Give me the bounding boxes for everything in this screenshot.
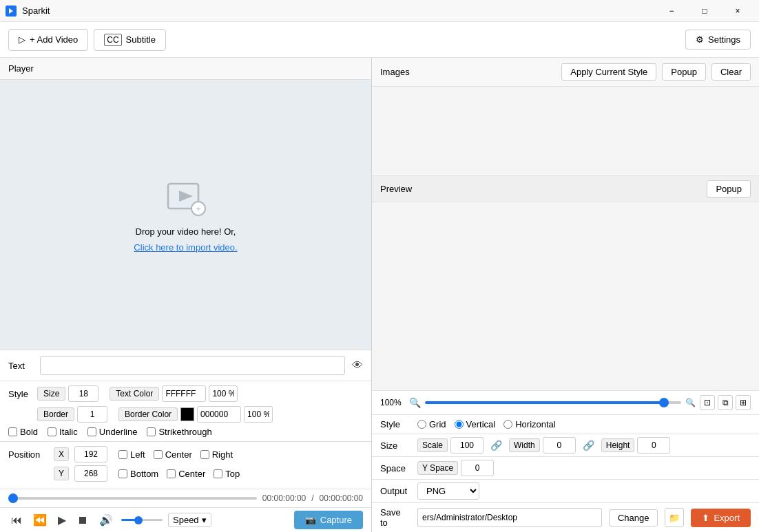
left-checkbox[interactable]: Left bbox=[118, 449, 145, 460]
bottom-check[interactable] bbox=[118, 469, 127, 478]
toolbar: ▷ + Add Video CC Subtitle ⚙ Settings bbox=[0, 22, 759, 58]
text-input[interactable] bbox=[40, 356, 345, 375]
scale-input[interactable] bbox=[450, 437, 484, 454]
zoom-slider[interactable] bbox=[425, 401, 681, 404]
player-title: Player bbox=[8, 63, 34, 74]
underline-checkbox[interactable]: Underline bbox=[87, 427, 138, 437]
clear-button[interactable]: Clear bbox=[711, 63, 751, 81]
maximize-button[interactable]: □ bbox=[689, 0, 720, 22]
zoom-copy-button[interactable]: ⧉ bbox=[718, 395, 733, 410]
eye-button[interactable]: 👁 bbox=[352, 359, 363, 372]
import-link[interactable]: Click here to import video. bbox=[134, 242, 237, 253]
add-video-button[interactable]: ▷ + Add Video bbox=[8, 29, 88, 51]
scale-link-icon[interactable]: 🔗 bbox=[490, 440, 502, 451]
x-input[interactable] bbox=[74, 446, 107, 462]
yspace-field: Y Space bbox=[417, 460, 494, 476]
top-check[interactable] bbox=[214, 469, 222, 478]
border-color-swatch[interactable] bbox=[180, 407, 194, 421]
change-button[interactable]: Change bbox=[609, 509, 658, 526]
playback-section: ⏮ ⏪ ▶ ⏹ 🔊 Speed ▾ 📷 Capture bbox=[0, 507, 371, 532]
border-color-hex[interactable] bbox=[197, 406, 241, 423]
export-button[interactable]: ⬆ Export bbox=[691, 509, 751, 527]
svg-marker-3 bbox=[179, 191, 193, 202]
width-input[interactable] bbox=[543, 437, 576, 454]
border-input[interactable] bbox=[77, 406, 107, 423]
right-checkbox[interactable]: Right bbox=[200, 449, 233, 460]
center2-check[interactable] bbox=[167, 469, 176, 478]
strikethrough-check[interactable] bbox=[147, 427, 156, 436]
zoom-fit-button[interactable]: ⊡ bbox=[700, 395, 715, 410]
close-button[interactable]: × bbox=[722, 0, 753, 22]
capture-button[interactable]: 📷 Capture bbox=[294, 511, 363, 529]
center1-checkbox[interactable]: Center bbox=[154, 449, 192, 460]
right-check[interactable] bbox=[200, 450, 209, 459]
italic-checkbox[interactable]: Italic bbox=[48, 427, 78, 437]
popup-button-1[interactable]: Popup bbox=[662, 63, 706, 81]
minimize-button[interactable]: − bbox=[656, 0, 687, 22]
zoom-reset-button[interactable]: ⊞ bbox=[736, 395, 751, 410]
grid-radio[interactable]: Grid bbox=[417, 419, 446, 429]
bold-checkbox[interactable]: Bold bbox=[8, 427, 38, 437]
popup-button-2[interactable]: Popup bbox=[707, 180, 751, 198]
yspace-input[interactable] bbox=[461, 460, 494, 476]
app-title: Sparkit bbox=[22, 6, 50, 16]
folder-button[interactable]: 📁 bbox=[665, 508, 684, 527]
images-area[interactable] bbox=[372, 87, 759, 176]
skip-back-button[interactable]: ⏮ bbox=[8, 513, 25, 528]
timeline-slider[interactable] bbox=[8, 497, 257, 500]
left-label: Left bbox=[130, 449, 145, 460]
right-panel: Images Apply Current Style Popup Clear P… bbox=[372, 58, 759, 532]
text-color-pct[interactable] bbox=[209, 385, 238, 402]
bold-check[interactable] bbox=[8, 427, 17, 436]
position-checkboxes-row1: Left Center Right bbox=[118, 449, 233, 460]
grid-radio-input[interactable] bbox=[417, 420, 426, 429]
settings-icon: ⚙ bbox=[696, 34, 704, 45]
output-select[interactable]: PNG JPG GIF MP4 bbox=[417, 482, 479, 500]
step-back-button[interactable]: ⏪ bbox=[30, 512, 50, 528]
border-color-tag: Border Color bbox=[118, 407, 178, 421]
top-checkbox[interactable]: Top bbox=[214, 469, 240, 479]
vertical-radio-input[interactable] bbox=[455, 420, 464, 429]
grid-label: Grid bbox=[429, 419, 446, 429]
speed-select[interactable]: Speed ▾ bbox=[168, 513, 211, 527]
underline-check[interactable] bbox=[87, 427, 96, 436]
save-path-input[interactable] bbox=[417, 508, 602, 527]
player-drop-area[interactable]: + Drop your video here! Or, Click here t… bbox=[0, 80, 371, 350]
height-input[interactable] bbox=[637, 437, 670, 454]
center2-checkbox[interactable]: Center bbox=[167, 469, 205, 479]
apply-style-button[interactable]: Apply Current Style bbox=[561, 63, 656, 81]
size-input[interactable] bbox=[68, 385, 98, 402]
vertical-radio[interactable]: Vertical bbox=[455, 419, 496, 429]
subtitle-button[interactable]: CC Subtitle bbox=[94, 29, 166, 51]
preview-title: Preview bbox=[380, 184, 412, 194]
output-label: Output bbox=[380, 486, 410, 496]
right-label: Right bbox=[212, 449, 233, 460]
horizontal-radio-input[interactable] bbox=[503, 420, 512, 429]
volume-slider[interactable] bbox=[121, 519, 163, 521]
images-header: Images Apply Current Style Popup Clear bbox=[372, 58, 759, 87]
settings-button[interactable]: ⚙ Settings bbox=[685, 30, 751, 50]
border-color-pct[interactable] bbox=[244, 406, 273, 423]
stop-button[interactable]: ⏹ bbox=[74, 513, 91, 528]
export-label: Export bbox=[714, 513, 740, 523]
style-section: Style Size Text Color Border B bbox=[0, 381, 371, 441]
italic-check[interactable] bbox=[48, 427, 56, 436]
width-link-icon[interactable]: 🔗 bbox=[583, 440, 594, 451]
bottom-checkbox[interactable]: Bottom bbox=[118, 469, 158, 479]
save-row: Save to Change 📁 ⬆ Export bbox=[372, 502, 759, 532]
zoom-in-icon[interactable]: 🔍 bbox=[409, 397, 421, 408]
text-color-hex[interactable] bbox=[162, 385, 206, 402]
zoom-bar: 100% 🔍 🔍 ⊡ ⧉ ⊞ bbox=[372, 390, 759, 414]
y-tag: Y bbox=[54, 467, 69, 480]
center1-check[interactable] bbox=[154, 450, 163, 459]
horizontal-radio[interactable]: Horizontal bbox=[503, 419, 556, 429]
left-check[interactable] bbox=[118, 450, 127, 459]
play-button[interactable]: ▶ bbox=[55, 512, 69, 528]
zoom-out-icon[interactable]: 🔍 bbox=[685, 398, 696, 407]
capture-label: Capture bbox=[320, 515, 352, 525]
y-input[interactable] bbox=[74, 465, 107, 482]
size-tag: Size bbox=[37, 387, 65, 401]
strikethrough-checkbox[interactable]: Strikethrough bbox=[147, 427, 211, 437]
volume-button[interactable]: 🔊 bbox=[96, 512, 116, 528]
text-label: Text bbox=[8, 361, 33, 371]
